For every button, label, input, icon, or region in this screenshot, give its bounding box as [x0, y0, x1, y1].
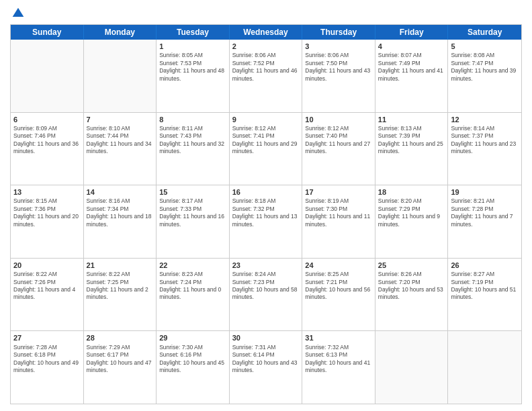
day-number: 29 [159, 333, 226, 342]
calendar-cell: 16Sunrise: 8:18 AM Sunset: 7:32 PM Dayli… [230, 185, 303, 258]
day-info: Sunrise: 8:23 AM Sunset: 7:24 PM Dayligh… [159, 271, 226, 302]
calendar-row: 27Sunrise: 7:28 AM Sunset: 6:18 PM Dayli… [11, 331, 521, 404]
day-number: 27 [13, 333, 81, 342]
calendar-cell: 28Sunrise: 7:29 AM Sunset: 6:17 PM Dayli… [84, 331, 157, 404]
day-number: 16 [232, 187, 300, 197]
day-info: Sunrise: 8:08 AM Sunset: 7:47 PM Dayligh… [451, 52, 519, 83]
day-info: Sunrise: 8:05 AM Sunset: 7:53 PM Dayligh… [159, 52, 226, 83]
calendar-cell [375, 331, 449, 404]
day-info: Sunrise: 7:28 AM Sunset: 6:18 PM Dayligh… [13, 344, 81, 375]
day-info: Sunrise: 8:11 AM Sunset: 7:43 PM Dayligh… [159, 125, 226, 156]
calendar-cell: 19Sunrise: 8:21 AM Sunset: 7:28 PM Dayli… [448, 185, 521, 258]
day-info: Sunrise: 8:10 AM Sunset: 7:44 PM Dayligh… [87, 125, 154, 156]
day-number: 7 [87, 115, 154, 124]
calendar-row: 20Sunrise: 8:22 AM Sunset: 7:26 PM Dayli… [11, 259, 521, 332]
day-info: Sunrise: 8:07 AM Sunset: 7:49 PM Dayligh… [378, 52, 445, 83]
day-number: 10 [305, 115, 372, 124]
day-number: 28 [87, 333, 154, 342]
calendar-cell: 11Sunrise: 8:13 AM Sunset: 7:39 PM Dayli… [375, 113, 449, 185]
calendar-cell: 9Sunrise: 8:12 AM Sunset: 7:41 PM Daylig… [230, 113, 303, 185]
day-info: Sunrise: 8:19 AM Sunset: 7:30 PM Dayligh… [305, 197, 372, 228]
day-info: Sunrise: 8:25 AM Sunset: 7:21 PM Dayligh… [305, 271, 372, 302]
calendar-cell: 17Sunrise: 8:19 AM Sunset: 7:30 PM Dayli… [302, 185, 375, 258]
calendar: SundayMondayTuesdayWednesdayThursdayFrid… [10, 24, 522, 404]
calendar-cell: 10Sunrise: 8:12 AM Sunset: 7:40 PM Dayli… [302, 113, 375, 185]
calendar-cell: 21Sunrise: 8:22 AM Sunset: 7:25 PM Dayli… [84, 259, 157, 331]
calendar-body: 1Sunrise: 8:05 AM Sunset: 7:53 PM Daylig… [11, 40, 521, 404]
calendar-row: 1Sunrise: 8:05 AM Sunset: 7:53 PM Daylig… [11, 40, 521, 113]
day-number: 2 [232, 42, 300, 51]
calendar-header-cell: Wednesday [230, 25, 303, 40]
calendar-cell: 26Sunrise: 8:27 AM Sunset: 7:19 PM Dayli… [448, 259, 521, 331]
day-number: 4 [378, 42, 445, 51]
calendar-cell: 4Sunrise: 8:07 AM Sunset: 7:49 PM Daylig… [375, 40, 449, 112]
calendar-header-cell: Sunday [11, 25, 84, 40]
day-info: Sunrise: 8:06 AM Sunset: 7:50 PM Dayligh… [305, 52, 372, 83]
calendar-row: 6Sunrise: 8:09 AM Sunset: 7:46 PM Daylig… [11, 113, 521, 186]
calendar-cell: 1Sunrise: 8:05 AM Sunset: 7:53 PM Daylig… [157, 40, 230, 112]
day-number: 18 [378, 187, 445, 197]
calendar-cell: 27Sunrise: 7:28 AM Sunset: 6:18 PM Dayli… [11, 331, 84, 404]
logo-icon [11, 7, 25, 20]
calendar-cell: 2Sunrise: 8:06 AM Sunset: 7:52 PM Daylig… [230, 40, 303, 112]
calendar-cell [84, 40, 157, 112]
calendar-cell: 24Sunrise: 8:25 AM Sunset: 7:21 PM Dayli… [302, 259, 375, 331]
calendar-header-cell: Monday [84, 25, 157, 40]
calendar-header-cell: Saturday [448, 25, 521, 40]
day-info: Sunrise: 8:18 AM Sunset: 7:32 PM Dayligh… [232, 197, 300, 228]
calendar-cell: 6Sunrise: 8:09 AM Sunset: 7:46 PM Daylig… [11, 113, 84, 185]
day-number: 19 [451, 187, 519, 197]
calendar-cell: 3Sunrise: 8:06 AM Sunset: 7:50 PM Daylig… [302, 40, 375, 112]
day-number: 30 [232, 333, 300, 342]
calendar-cell: 29Sunrise: 7:30 AM Sunset: 6:16 PM Dayli… [157, 331, 230, 404]
day-info: Sunrise: 8:13 AM Sunset: 7:39 PM Dayligh… [378, 125, 445, 156]
calendar-cell: 25Sunrise: 8:26 AM Sunset: 7:20 PM Dayli… [375, 259, 449, 331]
day-number: 26 [451, 261, 519, 270]
calendar-cell: 31Sunrise: 7:32 AM Sunset: 6:13 PM Dayli… [302, 331, 375, 404]
calendar-cell [11, 40, 84, 112]
day-number: 22 [159, 261, 226, 270]
day-number: 11 [378, 115, 445, 124]
day-number: 31 [305, 333, 372, 342]
header [10, 7, 522, 20]
day-number: 5 [451, 42, 519, 51]
day-info: Sunrise: 7:30 AM Sunset: 6:16 PM Dayligh… [159, 344, 226, 375]
day-info: Sunrise: 8:14 AM Sunset: 7:37 PM Dayligh… [451, 125, 519, 156]
calendar-header-cell: Tuesday [157, 25, 230, 40]
day-number: 17 [305, 187, 372, 197]
day-number: 3 [305, 42, 372, 51]
day-info: Sunrise: 7:29 AM Sunset: 6:17 PM Dayligh… [87, 344, 154, 375]
day-info: Sunrise: 8:17 AM Sunset: 7:33 PM Dayligh… [159, 197, 226, 228]
day-info: Sunrise: 8:27 AM Sunset: 7:19 PM Dayligh… [451, 271, 519, 302]
day-number: 25 [378, 261, 445, 270]
day-info: Sunrise: 8:26 AM Sunset: 7:20 PM Dayligh… [378, 271, 445, 302]
day-number: 9 [232, 115, 300, 124]
logo [10, 7, 26, 20]
day-number: 1 [159, 42, 226, 51]
calendar-cell: 7Sunrise: 8:10 AM Sunset: 7:44 PM Daylig… [84, 113, 157, 185]
calendar-row: 13Sunrise: 8:15 AM Sunset: 7:36 PM Dayli… [11, 185, 521, 259]
calendar-cell: 20Sunrise: 8:22 AM Sunset: 7:26 PM Dayli… [11, 259, 84, 331]
day-number: 13 [13, 187, 81, 197]
day-number: 21 [87, 261, 154, 270]
day-number: 24 [305, 261, 372, 270]
calendar-header-cell: Friday [375, 25, 449, 40]
calendar-cell [448, 331, 521, 404]
calendar-cell: 30Sunrise: 7:31 AM Sunset: 6:14 PM Dayli… [230, 331, 303, 404]
calendar-header-cell: Thursday [302, 25, 375, 40]
calendar-cell: 8Sunrise: 8:11 AM Sunset: 7:43 PM Daylig… [157, 113, 230, 185]
day-info: Sunrise: 8:06 AM Sunset: 7:52 PM Dayligh… [232, 52, 300, 83]
calendar-cell: 22Sunrise: 8:23 AM Sunset: 7:24 PM Dayli… [157, 259, 230, 331]
day-info: Sunrise: 8:12 AM Sunset: 7:40 PM Dayligh… [305, 125, 372, 156]
day-number: 15 [159, 187, 226, 197]
day-info: Sunrise: 8:09 AM Sunset: 7:46 PM Dayligh… [13, 125, 81, 156]
svg-marker-0 [13, 8, 24, 17]
day-info: Sunrise: 8:24 AM Sunset: 7:23 PM Dayligh… [232, 271, 300, 302]
day-info: Sunrise: 8:21 AM Sunset: 7:28 PM Dayligh… [451, 197, 519, 228]
page: SundayMondayTuesdayWednesdayThursdayFrid… [0, 0, 532, 411]
calendar-cell: 15Sunrise: 8:17 AM Sunset: 7:33 PM Dayli… [157, 185, 230, 258]
day-info: Sunrise: 8:20 AM Sunset: 7:29 PM Dayligh… [378, 197, 445, 228]
day-info: Sunrise: 8:16 AM Sunset: 7:34 PM Dayligh… [87, 197, 154, 228]
calendar-cell: 18Sunrise: 8:20 AM Sunset: 7:29 PM Dayli… [375, 185, 449, 258]
day-info: Sunrise: 7:31 AM Sunset: 6:14 PM Dayligh… [232, 344, 300, 375]
